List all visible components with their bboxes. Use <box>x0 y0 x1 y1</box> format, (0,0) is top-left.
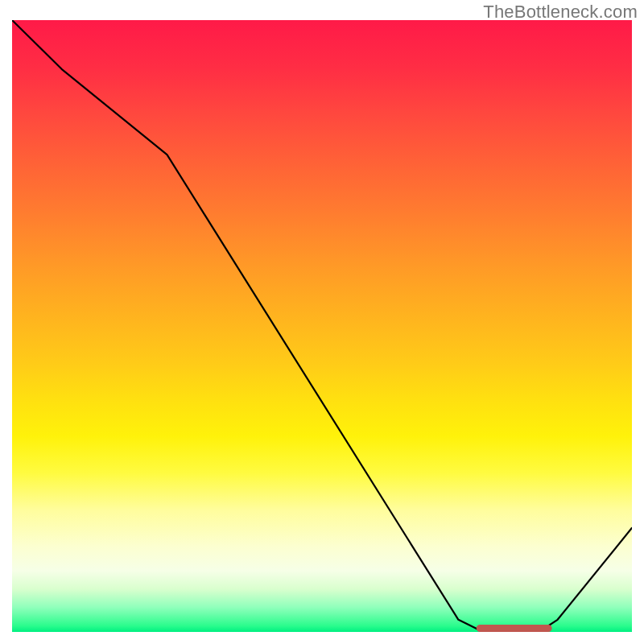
plot-area <box>12 20 632 632</box>
curve-line <box>12 20 632 632</box>
plot-overlay <box>12 20 632 632</box>
chart-canvas: TheBottleneck.com <box>0 0 644 644</box>
